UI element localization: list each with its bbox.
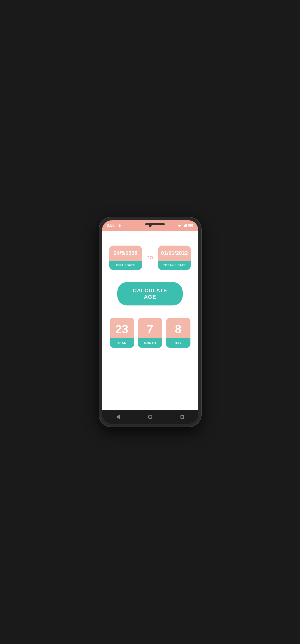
calculate-age-button[interactable]: CALCULATE AGE [117, 282, 183, 306]
back-button[interactable] [114, 413, 122, 420]
date-row: 24/5/1998 BIRTH DATE TO 01/01/2022 TODAY… [109, 246, 191, 270]
day-label: DAY [166, 338, 190, 348]
month-value: 7 [138, 318, 162, 338]
camera-notch [149, 224, 151, 227]
svg-rect-8 [188, 225, 192, 226]
day-value: 8 [166, 318, 190, 338]
home-button[interactable] [147, 413, 154, 420]
birth-date-card[interactable]: 24/5/1998 BIRTH DATE [109, 246, 142, 270]
year-label: YEAR [110, 338, 134, 348]
todays-date-card[interactable]: 01/01/2022 TODAY'S DATE [158, 246, 191, 270]
svg-rect-3 [183, 226, 183, 227]
status-right-icons [177, 224, 193, 227]
recents-icon [180, 415, 184, 418]
phone-frame: 3:56 ⚙ [99, 217, 201, 427]
nav-bar [102, 410, 198, 424]
wifi-icon [177, 224, 182, 227]
recents-button[interactable] [178, 413, 186, 420]
back-icon [116, 414, 120, 419]
svg-rect-6 [186, 224, 187, 227]
speaker [145, 223, 165, 225]
year-value: 23 [110, 318, 134, 338]
month-label: MONTH [138, 338, 162, 348]
day-card: 8 DAY [166, 318, 190, 348]
result-row: 23 YEAR 7 MONTH 8 DAY [109, 318, 191, 348]
svg-rect-9 [193, 225, 193, 226]
month-card: 7 MONTH [138, 318, 162, 348]
signal-icon [183, 224, 187, 227]
birth-date-value: 24/5/1998 [109, 246, 142, 261]
home-icon [148, 415, 152, 419]
phone-inner: 3:56 ⚙ [102, 220, 198, 424]
settings-icon: ⚙ [118, 224, 121, 228]
birth-date-label: BIRTH DATE [109, 261, 142, 270]
todays-date-label: TODAY'S DATE [158, 261, 191, 270]
battery-icon [188, 224, 193, 227]
svg-rect-5 [185, 224, 186, 227]
year-card: 23 YEAR [110, 318, 134, 348]
to-label: TO [147, 255, 153, 260]
todays-date-value: 01/01/2022 [158, 246, 191, 261]
screen-content: 24/5/1998 BIRTH DATE TO 01/01/2022 TODAY… [102, 231, 198, 410]
svg-rect-4 [184, 225, 185, 227]
status-time: 3:56 [107, 224, 115, 228]
